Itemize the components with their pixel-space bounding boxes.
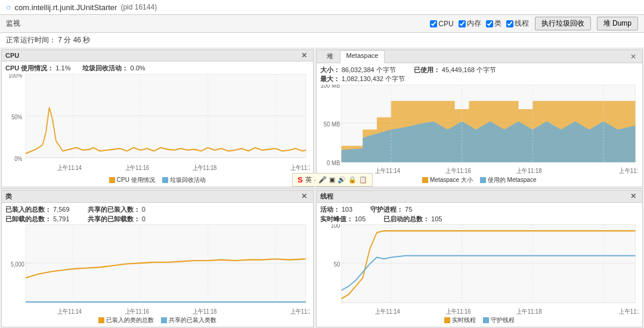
checkbox-threads[interactable]: 线程 xyxy=(506,18,529,29)
svg-text:上午11:18: 上午11:18 xyxy=(193,165,217,172)
gc-button[interactable]: 执行垃圾回收 xyxy=(535,17,591,30)
threads-panel-header: 线程 ✕ xyxy=(317,191,642,203)
threads-legend-color-2 xyxy=(483,317,489,323)
threads-legend-color-1 xyxy=(444,317,450,323)
threads-stats-row1: 活动： 103 守护进程： 75 xyxy=(320,205,639,214)
threads-active: 活动： 103 xyxy=(320,205,352,214)
cpu-legend-item-2: 垃圾回收活动 xyxy=(162,176,206,184)
cpu-panel-header: CPU ✕ xyxy=(2,50,313,61)
threads-legend-item-2: 守护线程 xyxy=(483,316,515,324)
svg-text:50%: 50% xyxy=(11,113,22,120)
heap-chart: 100 MB 50 MB 0 MB 上午11:14 上午11:16 上午 xyxy=(320,85,639,175)
tooltip-clipboard-icon[interactable]: 📋 xyxy=(359,176,367,184)
classes-panel-header: 类 ✕ xyxy=(2,191,313,203)
cpu-panel-close[interactable]: ✕ xyxy=(299,51,309,60)
shared-loaded: 共享的已装入数： 0 xyxy=(88,205,145,214)
heap-max: 最大： 1,082,130,432 个字节 xyxy=(320,75,405,83)
svg-text:上午11:16: 上午11:16 xyxy=(125,307,150,314)
tooltip-mic-icon[interactable]: 🎤 xyxy=(318,176,327,184)
svg-text:上午11:20: 上午11:20 xyxy=(290,307,309,314)
checkbox-classes[interactable]: 类 xyxy=(486,18,501,29)
cpu-legend-label-1: CPU 使用情况 xyxy=(117,176,155,184)
tooltip-popup: S 英 · 🎤 ▣ 🔊 🔒 📋 xyxy=(292,173,373,187)
toolbar-right: CPU 内存 类 线程 执行垃圾回收 堆 Dump xyxy=(430,17,638,30)
classes-legend-color-1 xyxy=(98,317,104,323)
heap-stats-row1: 大小： 86,032,384 个字节 已使用： 45,449,168 个字节 xyxy=(320,66,639,75)
heap-legend-color-1 xyxy=(422,177,428,183)
svg-text:上午11:14: 上午11:14 xyxy=(57,307,82,314)
threads-chart: 100 50 上午11:14 上午11:16 上午11:18 上午11: xyxy=(320,224,639,315)
svg-text:50 MB: 50 MB xyxy=(323,120,340,128)
classes-stats-row1: 已装入的总数： 7,569 共享的已装入数： 0 xyxy=(5,205,309,214)
checkbox-cpu[interactable]: CPU xyxy=(430,20,453,28)
threads-legend-label-2: 守护线程 xyxy=(491,316,515,324)
classes-chart-svg: 5,000 上午11:14 上午11:16 上午11:18 上午11:20 xyxy=(5,224,309,315)
cpu-stats-row: CPU 使用情况： 1.1% 垃圾回收活动： 0.0% xyxy=(5,64,309,73)
svg-text:上午11:14: 上午11:14 xyxy=(57,165,82,172)
heap-legend-item-1: Metaspace 大小 xyxy=(422,176,473,184)
classes-legend-item-2: 共享的已装入类数 xyxy=(161,316,216,324)
classes-panel: 类 ✕ 已装入的总数： 7,569 共享的已装入数： 0 xyxy=(1,190,314,328)
svg-text:5,000: 5,000 xyxy=(11,260,24,267)
tab-heap[interactable]: 堆 xyxy=(320,50,340,63)
unloaded-total: 已卸载的总数： 5,791 xyxy=(5,215,70,224)
cpu-checkbox-label: CPU xyxy=(438,20,453,28)
classes-legend-color-2 xyxy=(161,317,167,323)
memory-checkbox-label: 内存 xyxy=(467,18,481,29)
gc-activity-label: 垃圾回收活动： 0.0% xyxy=(82,64,145,73)
classes-legend: 已装入的类的总数 共享的已装入类数 xyxy=(5,316,309,324)
uptime-label: 正常运行时间： xyxy=(6,36,56,44)
loaded-total: 已装入的总数： 7,569 xyxy=(5,205,70,214)
heap-dump-button[interactable]: 堆 Dump xyxy=(597,17,638,30)
heap-panel-close[interactable]: ✕ xyxy=(628,52,639,61)
svg-text:上午11:14: 上午11:14 xyxy=(374,167,400,174)
threads-legend-item-1: 实时线程 xyxy=(444,316,476,324)
panels-container: CPU ✕ CPU 使用情况： 1.1% 垃圾回收活动： 0.0% xyxy=(0,48,644,328)
svg-text:100%: 100% xyxy=(8,74,22,79)
heap-panel: 堆 Metaspace ✕ 大小： 86,032,384 个字节 已使用： 45… xyxy=(316,49,643,187)
threads-checkbox[interactable] xyxy=(506,20,513,27)
svg-text:上午11:20: 上午11:20 xyxy=(290,165,309,172)
toolbar: 监视 CPU 内存 类 线程 执行垃圾回收 堆 Dump xyxy=(0,15,644,33)
svg-text:上午11:16: 上午11:16 xyxy=(445,167,471,174)
tooltip-text: 英 xyxy=(305,175,312,184)
threads-peak: 实时峰值： 105 xyxy=(320,215,366,224)
svg-rect-32 xyxy=(26,224,306,303)
cpu-usage-label: CPU 使用情况： 1.1% xyxy=(5,64,70,73)
tooltip-s-icon: S xyxy=(298,175,303,184)
threads-panel-close[interactable]: ✕ xyxy=(628,192,639,200)
tooltip-grid-icon[interactable]: ▣ xyxy=(329,176,335,184)
classes-checkbox[interactable] xyxy=(486,20,493,27)
svg-text:0%: 0% xyxy=(14,155,22,162)
cpu-legend-item-1: CPU 使用情况 xyxy=(109,176,155,184)
heap-legend-color-2 xyxy=(480,177,486,183)
checkboxes-group: CPU 内存 类 线程 xyxy=(430,18,528,29)
threads-stats-row2: 实时峰值： 105 已启动的总数： 105 xyxy=(320,215,639,224)
uptime-value: 7 分 46 秒 xyxy=(58,36,90,44)
uptime-bar: 正常运行时间： 7 分 46 秒 xyxy=(0,33,644,48)
cpu-legend-color-1 xyxy=(109,177,115,183)
svg-text:上午11:18: 上午11:18 xyxy=(516,167,542,174)
classes-legend-label-1: 已装入的类的总数 xyxy=(106,316,154,324)
bottom-row: 类 ✕ 已装入的总数： 7,569 共享的已装入数： 0 xyxy=(0,189,644,329)
threads-total-started: 已启动的总数： 105 xyxy=(383,215,442,224)
classes-panel-close[interactable]: ✕ xyxy=(299,192,309,200)
checkbox-memory[interactable]: 内存 xyxy=(459,18,481,29)
tab-metaspace[interactable]: Metaspace xyxy=(340,50,385,63)
heap-legend-label-1: Metaspace 大小 xyxy=(430,176,473,184)
heap-stats-row2: 最大： 1,082,130,432 个字节 xyxy=(320,75,639,83)
title-bar: ○ com.intellij.rt.junit.JUnitStarter (pi… xyxy=(0,0,644,15)
monitor-label: 监视 xyxy=(6,18,20,29)
cpu-checkbox[interactable] xyxy=(430,20,437,27)
heap-chart-svg: 100 MB 50 MB 0 MB 上午11:14 上午11:16 上午 xyxy=(320,85,639,175)
memory-checkbox[interactable] xyxy=(459,20,466,27)
classes-chart: 5,000 上午11:14 上午11:16 上午11:18 上午11:20 xyxy=(5,224,309,315)
tooltip-speaker-icon[interactable]: 🔊 xyxy=(338,176,346,184)
threads-legend: 实时线程 守护线程 xyxy=(320,316,639,324)
cpu-chart: 100% 50% 0% 上午11:14 上午11:16 上午11:18 xyxy=(5,74,309,175)
heap-panel-tabs: 堆 Metaspace ✕ xyxy=(317,50,642,63)
threads-panel-title: 线程 xyxy=(320,192,333,201)
svg-rect-45 xyxy=(341,224,635,303)
svg-text:上午11:20: 上午11:20 xyxy=(619,308,639,315)
tooltip-lock-icon[interactable]: 🔒 xyxy=(348,176,357,184)
